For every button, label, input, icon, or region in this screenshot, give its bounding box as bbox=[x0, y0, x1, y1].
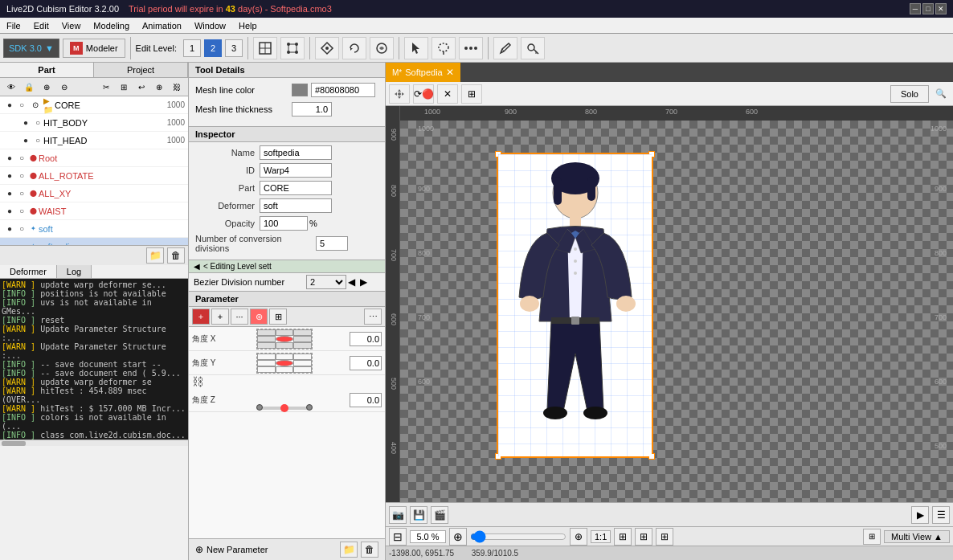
ratio-button[interactable]: 1:1 bbox=[591, 530, 611, 543]
search-button[interactable]: 🔍 bbox=[932, 85, 950, 103]
icon-button[interactable]: ⊞ bbox=[863, 529, 881, 545]
menu-help[interactable]: Help bbox=[232, 19, 264, 32]
minimize-button[interactable]: ─ bbox=[910, 3, 921, 14]
edit-level-3[interactable]: 3 bbox=[225, 39, 243, 57]
pen-icon-button[interactable] bbox=[493, 37, 517, 59]
list-button[interactable]: ☰ bbox=[932, 506, 950, 524]
tab-deformer[interactable]: Deformer bbox=[0, 265, 57, 278]
param-value-z[interactable] bbox=[350, 393, 382, 407]
part-input[interactable] bbox=[260, 181, 332, 195]
bezier-arrow-right[interactable]: ▶ bbox=[358, 276, 369, 288]
zoom-in2-button[interactable]: ⊕ bbox=[570, 528, 587, 546]
param-folder-button[interactable]: 📁 bbox=[340, 542, 358, 558]
add-layer-button[interactable]: 📁 bbox=[146, 247, 164, 264]
mesh-icon-button[interactable] bbox=[253, 37, 277, 59]
solo-button[interactable]: Solo bbox=[890, 85, 929, 103]
rotate-icon-button[interactable] bbox=[342, 37, 366, 59]
editing-arrow-left[interactable]: ◀ bbox=[194, 262, 200, 271]
param-delete-button[interactable]: 🗑 bbox=[361, 542, 378, 558]
camera-button[interactable]: 📷 bbox=[389, 506, 407, 524]
grid2-button[interactable]: ⊞ bbox=[635, 528, 652, 546]
canvas-tab-softpedia[interactable]: M* Softpedia ✕ bbox=[386, 63, 460, 82]
param-dots-button[interactable]: ⋯ bbox=[364, 309, 382, 325]
deformer-input[interactable] bbox=[260, 198, 332, 213]
close-button[interactable]: ✕ bbox=[935, 3, 947, 14]
canvas-tab-close[interactable]: ✕ bbox=[446, 67, 454, 78]
lasso-icon-button[interactable] bbox=[432, 37, 456, 59]
divisions-input[interactable] bbox=[316, 236, 348, 251]
dots-icon-button[interactable] bbox=[459, 37, 483, 59]
edit-level-2[interactable]: 2 bbox=[204, 39, 222, 57]
record-button[interactable]: 🎬 bbox=[431, 506, 448, 524]
fit-button[interactable]: ⊞ bbox=[614, 528, 632, 546]
zoom-in-button[interactable]: ⊕ bbox=[449, 528, 467, 546]
param-value-y[interactable] bbox=[350, 356, 382, 370]
save-button[interactable]: 💾 bbox=[410, 506, 427, 524]
tab-part[interactable]: Part bbox=[0, 63, 94, 77]
param-add2-button[interactable]: + bbox=[211, 309, 229, 325]
thickness-input[interactable] bbox=[292, 102, 332, 116]
menu-view[interactable]: View bbox=[55, 19, 88, 32]
bezier-arrow-left[interactable]: ◀ bbox=[346, 276, 357, 288]
play-button[interactable]: ▶ bbox=[911, 506, 929, 524]
transform-icon-button[interactable] bbox=[315, 37, 339, 59]
canvas-move-button[interactable] bbox=[389, 84, 410, 104]
list-item[interactable]: ● ○ ⊙ ▶📁 CORE 1000 bbox=[0, 96, 188, 114]
param-value-x[interactable] bbox=[350, 332, 382, 346]
edit-level-1[interactable]: 1 bbox=[183, 39, 201, 57]
add-group-button[interactable]: ⊕ bbox=[151, 80, 167, 94]
eye-toggle-button[interactable]: 👁 bbox=[3, 80, 19, 94]
undo-button[interactable]: ↩ bbox=[133, 80, 149, 94]
zoom-slider[interactable] bbox=[470, 530, 566, 543]
copy-button[interactable]: ⊞ bbox=[116, 80, 132, 94]
menu-animation[interactable]: Animation bbox=[136, 19, 188, 32]
collapse-button[interactable]: ⊖ bbox=[56, 80, 72, 94]
multiview-button[interactable]: Multi View ▲ bbox=[884, 530, 950, 543]
opacity-input[interactable] bbox=[260, 216, 308, 231]
slider-handle[interactable] bbox=[280, 404, 288, 412]
cut-button[interactable]: ✂ bbox=[98, 80, 114, 94]
list-item[interactable]: ● ○ ✦ soft bbox=[0, 220, 188, 238]
canvas-drawing-area[interactable]: 1000 900 800 700 600 500 1000 900 800 70… bbox=[400, 121, 953, 502]
id-input[interactable] bbox=[260, 163, 332, 178]
color-input[interactable] bbox=[311, 83, 375, 97]
menu-modeling[interactable]: Modeling bbox=[87, 19, 136, 32]
tab-log[interactable]: Log bbox=[57, 265, 92, 278]
link-button[interactable]: ⛓ bbox=[169, 80, 185, 94]
modeler-button[interactable]: M Modeler bbox=[63, 39, 125, 58]
canvas-cursor-button[interactable]: ✕ bbox=[437, 84, 458, 104]
tab-project[interactable]: Project bbox=[94, 63, 188, 77]
param-key-button[interactable]: ⊛ bbox=[250, 309, 268, 325]
canvas-refresh-button[interactable]: ⟳🔴 bbox=[413, 84, 434, 104]
paint-icon-button[interactable] bbox=[370, 37, 394, 59]
param-grid-button[interactable]: ⊞ bbox=[269, 309, 287, 325]
zoom-out-button[interactable]: ⊟ bbox=[389, 528, 407, 546]
log-scrollbar[interactable] bbox=[0, 439, 188, 446]
canvas-grid-button[interactable]: ⊞ bbox=[461, 84, 482, 104]
lock-toggle-button[interactable]: 🔒 bbox=[21, 80, 37, 94]
list-item[interactable]: ● ○ ⬤ WAIST bbox=[0, 202, 188, 220]
name-input[interactable] bbox=[260, 145, 332, 160]
list-item[interactable]: ● ○ ⬤ Root bbox=[0, 149, 188, 167]
select-icon-button[interactable] bbox=[404, 37, 428, 59]
new-parameter-footer[interactable]: ⊕ New Parameter 📁 🗑 bbox=[189, 538, 385, 560]
expand-button[interactable]: ⊕ bbox=[39, 80, 55, 94]
log-scroll-thumb[interactable] bbox=[2, 441, 26, 446]
menu-window[interactable]: Window bbox=[188, 19, 232, 32]
list-item[interactable]: ● ○ ⬤ ALL_ROTATE bbox=[0, 167, 188, 185]
color-swatch[interactable] bbox=[292, 84, 308, 96]
list-item[interactable]: ● ○ HIT_HEAD 1000 bbox=[0, 132, 188, 149]
list-item[interactable]: ● ○ HIT_BODY 1000 bbox=[0, 114, 188, 132]
vertex-icon-button[interactable] bbox=[280, 37, 305, 59]
menu-file[interactable]: File bbox=[0, 19, 27, 32]
key-icon-button[interactable] bbox=[521, 37, 545, 59]
param-slider-z[interactable] bbox=[256, 399, 350, 402]
list-item[interactable]: ● ○ ✦ softpedia bbox=[0, 238, 188, 245]
sdk-version-dropdown[interactable]: SDK 3.0 ▼ bbox=[3, 39, 59, 58]
param-minus-button[interactable]: ··· bbox=[231, 309, 248, 325]
list-item[interactable]: ● ○ ⬤ ALL_XY bbox=[0, 185, 188, 202]
delete-layer-button[interactable]: 🗑 bbox=[167, 247, 185, 264]
full-button[interactable]: ⊞ bbox=[656, 528, 673, 546]
param-add-button[interactable]: + bbox=[192, 309, 210, 325]
bezier-select[interactable]: 234 bbox=[306, 275, 346, 289]
